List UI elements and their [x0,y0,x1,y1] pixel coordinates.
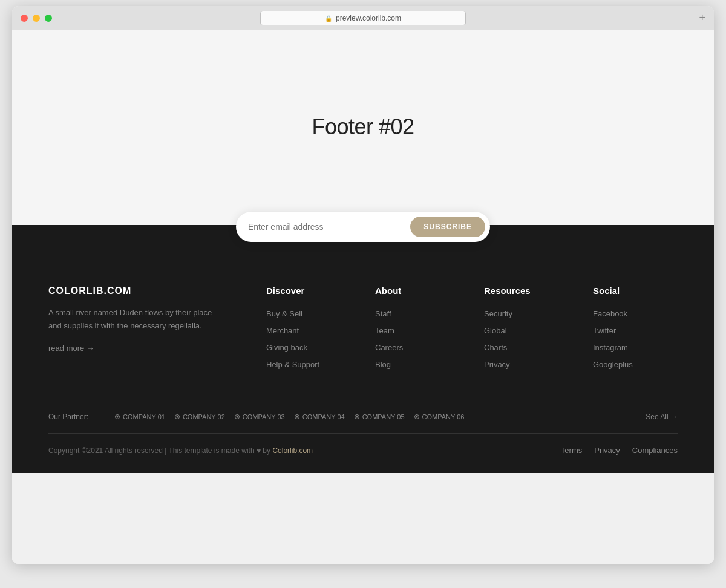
merchant-link[interactable]: Merchant [266,326,299,335]
twitter-link[interactable]: Twitter [593,326,616,335]
staff-link[interactable]: Staff [375,309,391,318]
privacy-bottom-link[interactable]: Privacy [594,446,620,455]
footer-discover-column: Discover Buy & Sell Merchant Giving back… [266,286,351,376]
list-item: Staff [375,308,460,319]
maximize-button[interactable] [45,15,52,22]
discover-title: Discover [266,286,351,296]
partner-item[interactable]: COMPANY 06 [414,413,465,420]
list-item: Privacy [484,359,569,370]
footer-bottom: Copyright ©2021 All rights reserved | Th… [48,433,678,473]
list-item: Team [375,325,460,336]
copyright-static: Copyright ©2021 All rights reserved | Th… [48,446,270,455]
about-links: Staff Team Careers Blog [375,308,460,370]
list-item: Googleplus [593,359,678,370]
list-item: Global [484,325,569,336]
list-item: Blog [375,359,460,370]
partner-dot-icon [355,414,359,419]
partners-label: Our Partner: [48,413,103,421]
partners-bar: Our Partner: COMPANY 01 COMPANY 02 COMPA… [48,400,678,433]
partner-name: COMPANY 01 [123,413,165,420]
about-title: About [375,286,460,296]
url-text: preview.colorlib.com [336,14,401,22]
partner-item[interactable]: COMPANY 03 [235,413,285,420]
partner-dot-icon [115,414,120,419]
list-item: Giving back [266,342,351,353]
partner-item[interactable]: COMPANY 01 [115,413,165,420]
colorlib-link[interactable]: Colorlib.com [272,446,313,455]
partner-item[interactable]: COMPANY 05 [355,413,405,420]
list-item: Facebook [593,308,678,319]
list-item: Merchant [266,325,351,336]
see-all-link[interactable]: See All → [646,413,678,421]
resources-title: Resources [484,286,569,296]
list-item: Careers [375,342,460,353]
partner-item[interactable]: COMPANY 04 [295,413,345,420]
instagram-link[interactable]: Instagram [593,343,628,352]
list-item: Security [484,308,569,319]
partner-dot-icon [295,414,299,419]
partner-dot-icon [175,414,180,419]
social-title: Social [593,286,678,296]
partner-dot-icon [414,414,419,419]
team-link[interactable]: Team [375,326,394,335]
facebook-link[interactable]: Facebook [593,309,627,318]
lock-icon [325,14,332,22]
partner-name: COMPANY 04 [302,413,345,420]
footer: COLORLIB.COM A small river named Duden f… [12,225,714,473]
list-item: Buy & Sell [266,308,351,319]
page-title: Footer #02 [312,114,414,140]
footer-resources-column: Resources Security Global Charts Privacy [484,286,569,376]
close-button[interactable] [21,15,28,22]
partner-name: COMPANY 05 [362,413,405,420]
subscribe-button[interactable]: SUBSCRIBE [410,217,485,237]
below-footer [12,473,714,564]
copyright-text: Copyright ©2021 All rights reserved | Th… [48,446,313,455]
read-more-link[interactable]: read more → [48,344,94,353]
address-bar[interactable]: preview.colorlib.com [260,11,466,25]
careers-link[interactable]: Careers [375,343,403,352]
browser-window: preview.colorlib.com + Footer #02 SUBSCR… [12,6,714,564]
partner-item[interactable]: COMPANY 02 [175,413,225,420]
partners-list: COMPANY 01 COMPANY 02 COMPANY 03 COMPANY… [115,413,633,420]
subscribe-form: SUBSCRIBE [236,212,490,242]
subscribe-wrapper: SUBSCRIBE [12,212,714,242]
blog-link[interactable]: Blog [375,360,391,369]
security-link[interactable]: Security [484,309,512,318]
list-item: Charts [484,342,569,353]
partner-name: COMPANY 02 [183,413,225,420]
giving-back-link[interactable]: Giving back [266,343,307,352]
help-support-link[interactable]: Help & Support [266,360,319,369]
footer-brand-column: COLORLIB.COM A small river named Duden f… [48,286,242,376]
hero-section: Footer #02 [12,30,714,212]
partner-dot-icon [235,414,240,419]
list-item: Instagram [593,342,678,353]
email-input[interactable] [248,222,410,232]
page-content: Footer #02 SUBSCRIBE COLORLIB.COM A smal… [12,30,714,564]
buy-sell-link[interactable]: Buy & Sell [266,309,302,318]
minimize-button[interactable] [33,15,40,22]
partner-name: COMPANY 03 [243,413,285,420]
charts-link[interactable]: Charts [484,343,507,352]
social-links: Facebook Twitter Instagram Googleplus [593,308,678,370]
footer-about-column: About Staff Team Careers Blog [375,286,460,376]
brand-description: A small river named Duden flows by their… [48,306,218,333]
compliances-link[interactable]: Compliances [632,446,678,455]
footer-social-column: Social Facebook Twitter Instagram Google… [593,286,678,376]
partner-name: COMPANY 06 [422,413,465,420]
footer-main: COLORLIB.COM A small river named Duden f… [48,261,678,400]
googleplus-link[interactable]: Googleplus [593,360,633,369]
resources-links: Security Global Charts Privacy [484,308,569,370]
discover-links: Buy & Sell Merchant Giving back Help & S… [266,308,351,370]
browser-toolbar: preview.colorlib.com + [12,6,714,30]
new-tab-button[interactable]: + [699,11,705,24]
list-item: Twitter [593,325,678,336]
privacy-link[interactable]: Privacy [484,360,510,369]
legal-links: Terms Privacy Compliances [561,446,678,455]
brand-name: COLORLIB.COM [48,286,218,296]
terms-link[interactable]: Terms [561,446,582,455]
global-link[interactable]: Global [484,326,507,335]
list-item: Help & Support [266,359,351,370]
